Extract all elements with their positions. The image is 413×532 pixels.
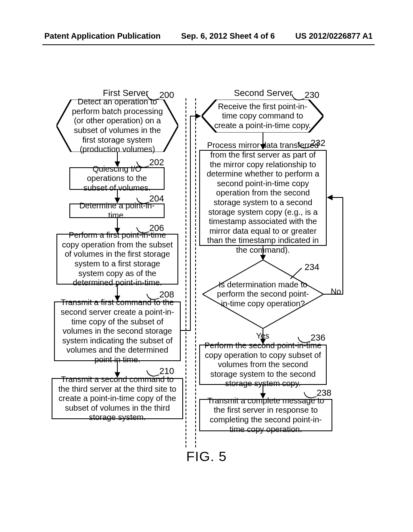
box-quiesce-io-text: Quiescing I/O operations to the subset o… (74, 164, 160, 193)
hex-detect-operation: Detect an operation to perform batch pro… (56, 100, 178, 152)
header-left: Patent Application Publication (44, 31, 161, 41)
box-transmit-first-command-text: Transmit a first command to the second s… (59, 298, 176, 364)
refnum-206: 206 (149, 223, 164, 233)
box-first-pit-copy-text: Perform a first point-in-time copy opera… (61, 231, 173, 288)
header-rule (42, 44, 375, 45)
refnum-210: 210 (159, 366, 174, 376)
box-determine-pit-text: Determine a point-in-time. (74, 201, 160, 220)
refnum-208: 208 (159, 289, 174, 300)
column-title-first-server: First Server (103, 88, 149, 98)
box-process-mirror-data-text: Process mirror data transferred from the… (204, 141, 322, 255)
figure-label: FIG. 5 (0, 449, 413, 464)
page-header: Patent Application Publication Sep. 6, 2… (44, 31, 373, 41)
refnum-230: 230 (305, 90, 319, 100)
refnum-204: 204 (149, 193, 164, 204)
header-center: Sep. 6, 2012 Sheet 4 of 6 (181, 31, 275, 41)
box-perform-second-pit-copy-text: Perform the second point-in-time copy op… (204, 341, 322, 389)
hex-receive-command-text: Receive the first point-in-time copy com… (214, 102, 311, 131)
box-transmit-second-command: Transmit a second command to the third s… (52, 378, 183, 419)
refnum-238: 238 (317, 388, 332, 398)
box-transmit-complete: Transmit a complete message to the first… (199, 399, 332, 431)
box-first-pit-copy: Perform a first point-in-time copy opera… (56, 234, 178, 285)
box-quiesce-io: Quiescing I/O operations to the subset o… (69, 167, 165, 190)
swimlane-divider-right (195, 98, 196, 447)
box-determine-pit: Determine a point-in-time. (69, 204, 165, 218)
decision-no-label: No (331, 287, 341, 296)
box-transmit-first-command: Transmit a first command to the second s… (54, 301, 181, 361)
header-right: US 2012/0226877 A1 (295, 31, 373, 41)
refnum-236: 236 (311, 332, 325, 343)
decision-perform-second-pit-text: Is determination made to perform the sec… (202, 280, 323, 309)
decision-yes-label: Yes (256, 331, 269, 341)
box-perform-second-pit-copy: Perform the second point-in-time copy op… (199, 345, 327, 385)
swimlane-divider-left (186, 98, 186, 447)
refnum-234: 234 (305, 262, 319, 272)
column-title-second-server: Second Server (234, 88, 293, 98)
box-transmit-complete-text: Transmit a complete message to the first… (204, 396, 327, 434)
box-transmit-second-command-text: Transmit a second command to the third s… (56, 375, 178, 422)
refnum-232: 232 (311, 138, 325, 148)
refnum-202: 202 (149, 157, 164, 168)
hex-receive-command: Receive the first point-in-time copy com… (202, 100, 323, 133)
box-process-mirror-data: Process mirror data transferred from the… (199, 150, 327, 246)
hex-detect-operation-text: Detect an operation to perform batch pro… (69, 97, 166, 154)
